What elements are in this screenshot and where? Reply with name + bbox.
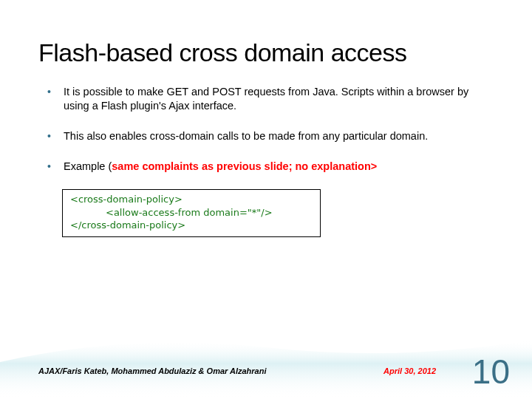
page-number: 10 bbox=[472, 352, 510, 392]
bullet-text: Example ( bbox=[64, 160, 112, 172]
bullet-item: It is possible to make GET and POST requ… bbox=[44, 85, 488, 113]
bullet-red-text: same complaints as previous slide; no ex… bbox=[112, 160, 377, 172]
code-line: </cross-domain-policy> bbox=[70, 219, 313, 232]
code-box: <cross-domain-policy> <allow-access-from… bbox=[62, 189, 321, 237]
code-line: <allow-access-from domain="*"/> bbox=[70, 206, 313, 219]
footer: AJAX/Faris Kateb, Mohammed Abdulaziz & O… bbox=[0, 332, 532, 399]
code-line: <cross-domain-policy> bbox=[70, 193, 313, 206]
bullet-item: This also enables cross-domain calls to … bbox=[44, 129, 488, 143]
slide-title: Flash-based cross domain access bbox=[0, 0, 532, 67]
footer-date: April 30, 2012 bbox=[383, 366, 436, 375]
footer-authors: AJAX/Faris Kateb, Mohammed Abdulaziz & O… bbox=[38, 366, 266, 375]
bullet-item: Example (same complaints as previous sli… bbox=[44, 160, 488, 174]
slide: Flash-based cross domain access It is po… bbox=[0, 0, 532, 399]
bullet-list: It is possible to make GET and POST requ… bbox=[0, 67, 532, 173]
